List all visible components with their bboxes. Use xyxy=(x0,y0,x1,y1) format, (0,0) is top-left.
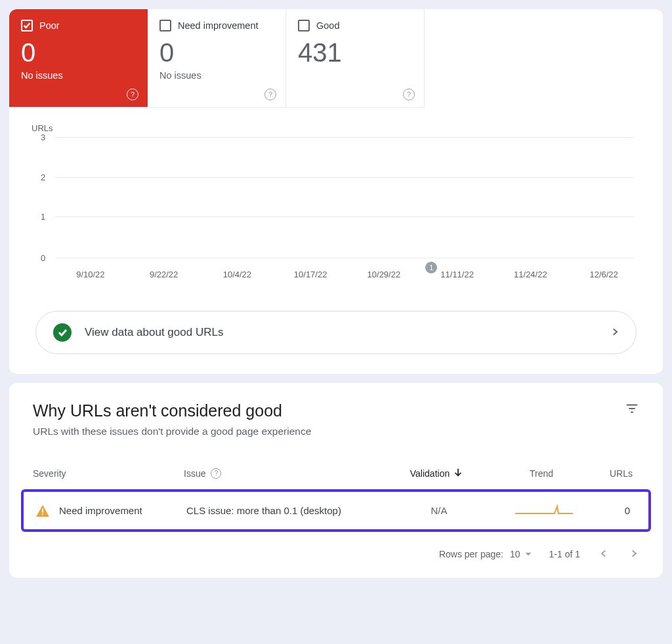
checkbox-checked-icon xyxy=(21,20,33,31)
svg-rect-2 xyxy=(42,513,43,515)
next-page-button[interactable] xyxy=(627,546,640,562)
row-validation: N/A xyxy=(390,505,488,516)
checkbox-empty-icon xyxy=(159,20,171,31)
table-pager: Rows per page: 10 1-1 of 1 xyxy=(17,532,655,565)
tile-good-label: Good xyxy=(316,20,339,31)
col-validation-label: Validation xyxy=(410,468,450,479)
issues-header: Why URLs aren't considered good URLs wit… xyxy=(17,401,655,437)
ytick: 2 xyxy=(41,172,45,182)
good-urls-text: View data about good URLs xyxy=(85,326,598,339)
prev-page-button[interactable] xyxy=(597,546,610,562)
help-icon[interactable]: ? xyxy=(211,468,221,479)
xtick: 9/22/22 xyxy=(127,270,201,279)
issues-title: Why URLs aren't considered good xyxy=(33,401,625,420)
gridline xyxy=(55,177,634,178)
chevron-down-icon xyxy=(524,550,532,558)
col-urls: URLs xyxy=(597,468,639,479)
issues-card: Why URLs aren't considered good URLs wit… xyxy=(9,383,663,578)
rows-per-page-value: 10 xyxy=(510,549,520,559)
issue-row[interactable]: Need improvement CLS issue: more than 0.… xyxy=(24,492,648,529)
highlighted-issue-row: Need improvement CLS issue: more than 0.… xyxy=(21,489,651,532)
xtick: 10/4/22 xyxy=(201,270,274,279)
row-issue: CLS issue: more than 0.1 (desktop) xyxy=(186,505,390,516)
xtick: 9/10/22 xyxy=(54,270,127,279)
issues-subtitle: URLs with these issues don't provide a g… xyxy=(33,426,625,437)
help-icon[interactable]: ? xyxy=(127,89,138,100)
help-icon[interactable]: ? xyxy=(403,89,415,100)
gridline xyxy=(55,216,634,217)
ytick: 0 xyxy=(41,253,45,263)
tile-good[interactable]: Good 431 ? xyxy=(286,9,425,108)
chart-ylabel: URLs xyxy=(32,123,640,133)
tile-good-value: 431 xyxy=(298,38,412,68)
core-vitals-card: Poor 0 No issues ? Need improvement 0 No… xyxy=(9,9,663,374)
filter-icon[interactable] xyxy=(625,401,639,418)
col-validation[interactable]: Validation xyxy=(387,468,486,479)
col-issue-label: Issue xyxy=(184,468,205,479)
tile-poor-value: 0 xyxy=(21,38,136,68)
tile-poor[interactable]: Poor 0 No issues ? xyxy=(9,9,148,108)
tile-poor-status: No issues xyxy=(21,70,136,81)
rows-per-page-label: Rows per page: xyxy=(439,549,503,559)
ytick: 3 xyxy=(41,132,45,142)
tile-need-improvement[interactable]: Need improvement 0 No issues ? xyxy=(148,9,286,108)
page-range: 1-1 of 1 xyxy=(549,549,580,559)
tile-need-label: Need improvement xyxy=(178,20,259,31)
xtick: 10/29/22 xyxy=(347,270,421,279)
annotation-label: 1 xyxy=(429,264,433,272)
gridline xyxy=(55,258,634,258)
tile-need-status: No issues xyxy=(159,70,274,81)
tile-need-value: 0 xyxy=(159,38,274,68)
chart-xaxis: 9/10/22 9/22/22 10/4/22 10/17/22 10/29/2… xyxy=(32,258,640,285)
urls-chart: URLs 3 2 1 0 1 9/10/22 9/22/22 10/4/22 1… xyxy=(9,108,663,287)
warning-triangle-icon xyxy=(35,504,50,517)
xtick: 10/17/22 xyxy=(274,270,347,279)
help-icon[interactable]: ? xyxy=(264,89,276,100)
svg-rect-1 xyxy=(42,508,43,512)
view-good-urls-button[interactable]: View data about good URLs xyxy=(35,311,637,354)
ytick: 1 xyxy=(41,212,45,222)
col-severity: Severity xyxy=(33,468,184,479)
tile-poor-label: Poor xyxy=(39,20,60,31)
issues-table-header: Severity Issue ? Validation Trend URLs xyxy=(17,437,655,489)
check-circle-icon xyxy=(53,323,72,342)
row-urls: 0 xyxy=(600,505,637,516)
row-trend-sparkline xyxy=(488,504,600,517)
col-trend: Trend xyxy=(486,468,597,479)
chevron-right-icon xyxy=(611,327,619,338)
xtick: 11/24/22 xyxy=(494,270,568,279)
gridline xyxy=(55,137,634,138)
score-tiles-row: Poor 0 No issues ? Need improvement 0 No… xyxy=(9,9,663,108)
arrow-down-icon xyxy=(453,468,463,479)
chart-plot-area: 3 2 1 0 1 xyxy=(43,137,640,258)
col-issue: Issue ? xyxy=(184,468,387,479)
checkbox-empty-icon xyxy=(298,20,310,31)
row-severity: Need improvement xyxy=(59,505,142,516)
rows-per-page-select[interactable]: 10 xyxy=(510,549,532,559)
xtick: 12/6/22 xyxy=(567,270,640,279)
